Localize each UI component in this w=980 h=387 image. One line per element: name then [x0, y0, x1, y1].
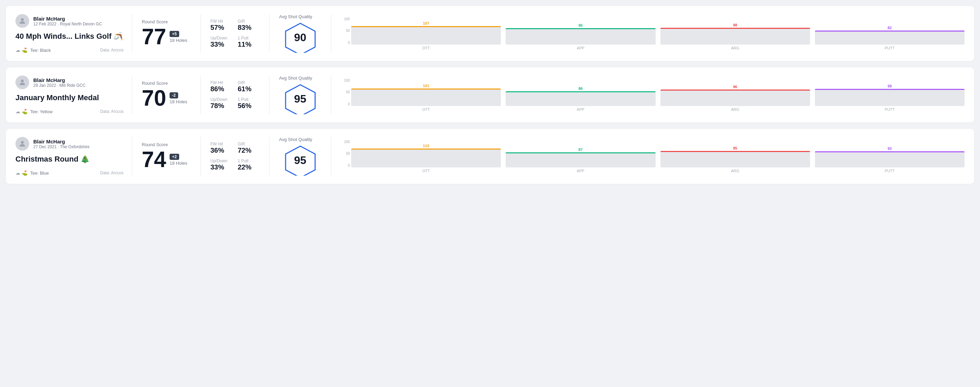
card-stats-2: FW Hit 86% GIR 61% Up/Down 78% 1 Putt 56…: [201, 76, 269, 114]
score-main: 70 -2 18 Holes: [142, 87, 191, 109]
card-score-1: Round Score 77 +5 18 Holes: [132, 14, 201, 53]
score-number: 77: [142, 26, 166, 48]
bar-group-ott: 101: [351, 79, 501, 106]
bar-value-ott: 101: [423, 84, 429, 88]
svg-point-0: [21, 18, 24, 21]
round-title: January Monthly Medal: [16, 93, 124, 102]
chart-x-label: APP: [506, 107, 655, 111]
hexagon-score: 95: [294, 93, 307, 105]
chart-inner: 100 50 0 101 86: [341, 79, 964, 111]
round-card-3: Blair McHarg 27 Dec 2021 · The Oxfordshi…: [5, 128, 975, 184]
y-axis-labels: 100 50 0: [341, 140, 351, 167]
card-left-3: Blair McHarg 27 Dec 2021 · The Oxfordshi…: [16, 137, 132, 176]
stat-value-updown: 78%: [210, 102, 232, 110]
chart-area: 100 50 0 110 87: [341, 140, 964, 167]
golf-bag-icon: ⛳: [22, 48, 27, 53]
card-chart-1: 100 50 0 107 95: [331, 14, 964, 53]
bar-arg: [660, 151, 810, 167]
card-left-1: Blair McHarg 12 Feb 2022 · Royal North D…: [16, 14, 132, 53]
user-icon: [18, 140, 26, 148]
card-quality-1: Avg Shot Quality 90: [269, 14, 331, 53]
chart-x-label: PUTT: [815, 169, 964, 173]
svg-point-1: [21, 79, 24, 82]
player-name: Blair McHarg: [33, 16, 102, 22]
stat-gir: GIR 83%: [238, 19, 260, 32]
stat-value-updown: 33%: [210, 40, 232, 48]
stat-value-oneputt: 11%: [238, 40, 260, 48]
stat-value-fw: 86%: [210, 85, 232, 93]
stat-updown: Up/Down 33%: [210, 159, 232, 171]
bar-app: [506, 91, 655, 106]
player-header: Blair McHarg 27 Dec 2021 · The Oxfordshi…: [16, 137, 124, 151]
y-label-50: 50: [346, 29, 350, 33]
player-meta: 27 Dec 2021 · The Oxfordshire: [33, 144, 89, 149]
weather-icon: ☁: [16, 170, 20, 176]
y-label-0: 0: [348, 41, 350, 44]
score-label: Round Score: [142, 142, 191, 147]
y-label-100: 100: [344, 140, 350, 144]
player-info: Blair McHarg 29 Jan 2022 · Mill Ride GCC: [33, 77, 86, 88]
card-left-2: Blair McHarg 29 Jan 2022 · Mill Ride GCC…: [16, 76, 132, 114]
bar-value-putt: 93: [888, 146, 892, 151]
stat-label-oneputt: 1 Putt: [238, 36, 260, 40]
card-quality-2: Avg Shot Quality 95: [269, 76, 331, 114]
bar-putt: [815, 151, 964, 167]
stat-value-fw: 57%: [210, 24, 232, 32]
tee-label: Tee: Black: [30, 48, 51, 53]
bars-row: 107 95 98 82: [351, 17, 964, 44]
x-labels-row: OTT APP ARG PUTT: [351, 107, 964, 111]
tee-icons: ☁ ⛳: [16, 109, 27, 114]
avatar: [16, 14, 29, 28]
player-name: Blair McHarg: [33, 77, 86, 83]
chart-x-label: APP: [506, 169, 655, 173]
chart-area: 100 50 0 107 95: [341, 17, 964, 44]
stat-label-oneputt: 1 Putt: [238, 159, 260, 163]
chart-x-label: ARG: [660, 46, 810, 50]
tee-info: ☁ ⛳ Tee: Black: [16, 48, 51, 53]
bar-value-ott: 107: [423, 21, 429, 25]
chart-x-label: OTT: [351, 107, 501, 111]
quality-label: Avg Shot Quality: [279, 76, 312, 81]
round-title: 40 Mph Winds... Links Golf 🪃: [16, 32, 124, 41]
hexagon-container: 95: [283, 83, 318, 114]
bar-ott: [351, 26, 501, 44]
score-badge: -2 18 Holes: [170, 92, 187, 104]
stat-updown: Up/Down 33%: [210, 36, 232, 48]
user-icon: [18, 78, 26, 86]
data-source: Data: Arccos: [100, 48, 124, 52]
round-card-2: Blair McHarg 29 Jan 2022 · Mill Ride GCC…: [5, 67, 975, 123]
y-axis-labels: 100 50 0: [341, 17, 351, 44]
bar-value-ott: 110: [423, 144, 429, 148]
bar-group-app: 87: [506, 140, 655, 167]
stat-value-oneputt: 22%: [238, 163, 260, 171]
bar-value-putt: 99: [888, 84, 892, 88]
golf-bag-icon: ⛳: [22, 170, 27, 176]
tee-label: Tee: Yellow: [30, 109, 52, 114]
bar-group-arg: 98: [660, 17, 810, 44]
y-label-50: 50: [346, 152, 350, 155]
player-info: Blair McHarg 27 Dec 2021 · The Oxfordshi…: [33, 139, 89, 149]
round-card-1: Blair McHarg 12 Feb 2022 · Royal North D…: [5, 5, 975, 62]
stat-value-gir: 72%: [238, 146, 260, 154]
score-main: 74 +2 18 Holes: [142, 149, 191, 171]
weather-icon: ☁: [16, 109, 20, 114]
bars-row: 110 87 95 93: [351, 140, 964, 167]
bar-group-arg: 95: [660, 140, 810, 167]
chart-x-label: PUTT: [815, 46, 964, 50]
golf-bag-icon: ⛳: [22, 109, 27, 114]
y-label-50: 50: [346, 90, 350, 94]
chart-x-label: ARG: [660, 107, 810, 111]
stat-fw-hit: FW Hit 36%: [210, 142, 232, 154]
bar-group-ott: 110: [351, 140, 501, 167]
stat-value-fw: 36%: [210, 146, 232, 154]
bar-value-arg: 96: [733, 85, 737, 89]
score-holes: 18 Holes: [170, 99, 187, 104]
stat-gir: GIR 72%: [238, 142, 260, 154]
stat-value-oneputt: 56%: [238, 102, 260, 110]
bar-group-arg: 96: [660, 79, 810, 106]
score-label: Round Score: [142, 19, 191, 24]
score-diff: +5: [170, 31, 179, 37]
card-chart-3: 100 50 0 110 87: [331, 137, 964, 176]
round-title: Christmas Round 🎄: [16, 155, 124, 163]
data-source: Data: Arccos: [100, 109, 124, 114]
